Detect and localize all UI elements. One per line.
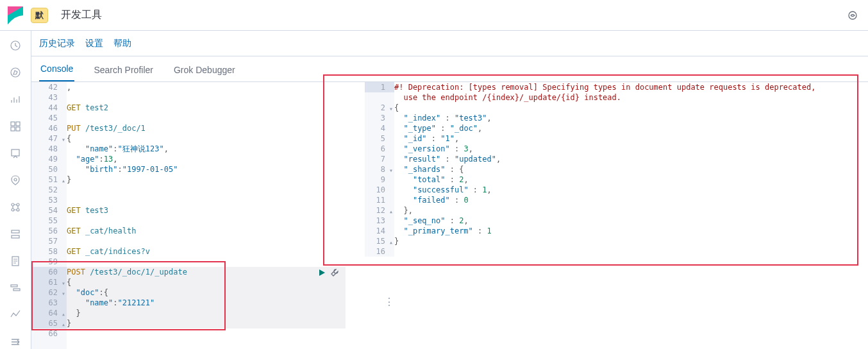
svg-rect-3	[11, 122, 15, 126]
side-nav	[0, 31, 31, 349]
maps-icon[interactable]	[8, 173, 23, 187]
svg-point-12	[17, 209, 19, 211]
svg-point-0	[849, 12, 856, 19]
app-header: 默 开发工具	[0, 0, 868, 31]
request-pane[interactable]: 424344454647▾48495051▴525354555657585960…	[31, 82, 346, 349]
uptime-icon[interactable]	[8, 308, 23, 322]
tab-console[interactable]: Console	[39, 57, 74, 81]
page-title: 开发工具	[61, 8, 102, 22]
badge: 默	[31, 8, 48, 23]
svg-rect-16	[11, 285, 17, 287]
link-settings[interactable]: 设置	[85, 38, 103, 49]
tab-search-profiler[interactable]: Search Profiler	[92, 58, 154, 81]
play-icon[interactable]	[317, 268, 326, 279]
svg-point-8	[14, 178, 17, 181]
subheader: 历史记录 设置 帮助	[31, 31, 868, 56]
svg-rect-6	[16, 127, 20, 131]
link-history[interactable]: 历史记录	[39, 38, 75, 49]
infra-icon[interactable]	[8, 227, 23, 241]
response-pane[interactable]: 12▾345678▾9101112▴131415▴16 #! Deprecati…	[346, 82, 868, 349]
svg-rect-13	[12, 230, 19, 233]
discover-icon[interactable]	[8, 65, 23, 80]
logs-icon[interactable]	[8, 254, 23, 268]
fullscreen-icon[interactable]	[842, 5, 863, 26]
wrench-icon[interactable]	[330, 268, 339, 279]
tabs: Console Search Profiler Grok Debugger	[31, 56, 868, 82]
svg-rect-17	[13, 289, 20, 291]
svg-rect-4	[16, 122, 20, 126]
link-help[interactable]: 帮助	[113, 38, 131, 49]
svg-point-11	[12, 209, 14, 211]
svg-rect-14	[12, 235, 19, 238]
editor-area: 424344454647▾48495051▴525354555657585960…	[31, 82, 868, 349]
canvas-icon[interactable]	[8, 146, 23, 160]
svg-point-9	[12, 203, 14, 206]
dashboard-icon[interactable]	[8, 119, 23, 133]
recent-icon[interactable]	[8, 38, 23, 53]
ml-icon[interactable]	[8, 200, 23, 214]
tab-grok-debugger[interactable]: Grok Debugger	[172, 58, 237, 81]
svg-point-2	[11, 68, 20, 77]
svg-rect-5	[11, 127, 15, 131]
kibana-logo[interactable]	[5, 5, 26, 26]
svg-point-10	[17, 203, 19, 206]
visualize-icon[interactable]	[8, 92, 23, 106]
apm-icon[interactable]	[8, 281, 23, 295]
svg-rect-7	[12, 149, 19, 156]
expand-icon[interactable]	[8, 335, 23, 349]
